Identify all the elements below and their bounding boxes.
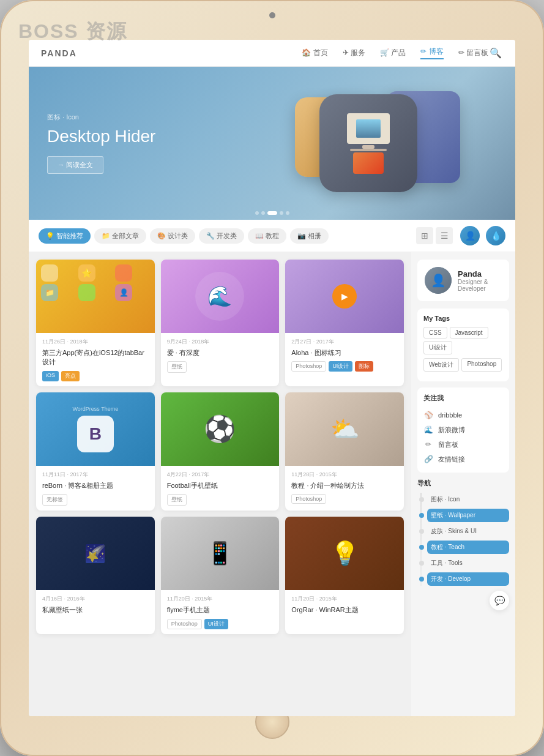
weather-icon: ⛅ xyxy=(330,416,359,443)
tag[interactable]: 亮点 xyxy=(61,371,80,381)
list-item[interactable]: 图标 · Icon xyxy=(427,493,509,506)
filter-album[interactable]: 📷 相册 xyxy=(290,228,329,244)
article-title: flyme手机主题 xyxy=(167,605,274,615)
weibo-icon: 🌊 xyxy=(423,425,433,435)
tag[interactable]: 壁纸 xyxy=(167,494,187,506)
list-item[interactable]: Web设计 xyxy=(423,358,459,372)
table-row[interactable]: ⛅ 11月28日 · 2015年 教程 · 介绍一种绘制方法 Photoshop xyxy=(285,392,404,511)
my-tags-section: My Tags CSS Javascript Ui设计 Web设计 Photos… xyxy=(417,309,509,381)
tag[interactable]: Photoshop xyxy=(291,494,326,504)
list-item[interactable]: 🌊 新浪微博 xyxy=(423,422,503,437)
table-row[interactable]: 🌠 4月16日 · 2016年 私藏壁纸一张 xyxy=(36,517,155,634)
hero-read-btn[interactable]: → 阅读全文 xyxy=(47,156,103,174)
profile-info: Panda Designer & Developer xyxy=(458,269,488,292)
nav-item-product[interactable]: 🛒 产品 xyxy=(380,48,406,58)
article-date: 9月24日 · 2018年 xyxy=(167,338,274,346)
article-date: 11月28日 · 2015年 xyxy=(291,471,398,479)
list-item[interactable]: 壁纸 · Wallpaper xyxy=(427,509,509,522)
list-view-btn[interactable]: ☰ xyxy=(436,227,453,244)
tag[interactable]: Photoshop xyxy=(291,361,326,372)
filter-all[interactable]: 📁 全部文章 xyxy=(94,228,146,244)
articles-grid: ⭐ 📁 👤 11月26日 · 2018年 第三方App(寄点)在iOS12的ta… xyxy=(29,252,411,716)
dot-3 xyxy=(267,211,277,215)
article-title: 第三方App(寄点)在iOS12的tabBar设计 xyxy=(42,348,149,367)
list-item[interactable]: Javascript xyxy=(450,327,488,339)
tag-group: CSS Javascript Ui设计 xyxy=(423,327,503,354)
follow-label: 留言板 xyxy=(438,440,458,449)
search-button[interactable]: 🔍 xyxy=(488,46,503,61)
list-item[interactable]: ⚾ dribbble xyxy=(423,408,503,422)
filter-bar: 💡 智能推荐 📁 全部文章 🎨 设计类 🔧 开发类 📖 教程 📷 相册 ⊞ ☰ … xyxy=(29,220,515,252)
sidebar: 👤 Panda Designer & Developer My Tags CS xyxy=(411,252,515,716)
user-avatar-btn[interactable]: 👤 xyxy=(460,226,480,245)
tag[interactable]: 无标签 xyxy=(42,494,67,506)
hero-banner: 图标 · Icon Desktop Hider → 阅读全文 xyxy=(29,67,515,220)
list-item[interactable]: 皮肤 · Skins & UI xyxy=(427,525,509,538)
monitor-icon xyxy=(347,113,390,174)
article-info-5: 4月22日 · 2017年 Football手机壁纸 壁纸 xyxy=(161,466,280,511)
article-info-3: 2月27日 · 2017年 Aloha · 图标练习 Photoshop UI设… xyxy=(285,333,404,376)
ipad-screen: PANDA 🏠 🏠 首页首页 ✈ 服务 🛒 产品 ✏ 博客 ✏ 留言板 🔍 图标… xyxy=(29,40,515,716)
article-tags: Photoshop xyxy=(291,494,398,504)
nav-item-service[interactable]: ✈ 服务 xyxy=(343,48,365,58)
article-thumb-4: WordPress Theme B xyxy=(36,392,155,466)
hero-subtitle: 图标 · Icon xyxy=(47,113,155,122)
list-item[interactable]: Ui设计 xyxy=(423,341,452,354)
table-row[interactable]: WordPress Theme B 11月11日 · 2017年 reBorn … xyxy=(36,392,155,511)
nav-item-home[interactable]: 🏠 🏠 首页首页 xyxy=(302,48,327,58)
ipad-frame: PANDA 🏠 🏠 首页首页 ✈ 服务 🛒 产品 ✏ 博客 ✏ 留言板 🔍 图标… xyxy=(0,0,544,756)
table-row[interactable]: ▶ 2月27日 · 2017年 Aloha · 图标练习 Photoshop U… xyxy=(285,260,404,386)
table-row[interactable]: 🌊 9月24日 · 2018年 爱 · 有深度 壁纸 xyxy=(161,260,280,386)
link-icon: 🔗 xyxy=(423,454,433,464)
dot-5 xyxy=(286,211,289,215)
play-icon: ▶ xyxy=(332,284,357,309)
list-item[interactable]: 🔗 友情链接 xyxy=(423,452,503,466)
list-item[interactable]: 开发 · Develop xyxy=(427,572,509,586)
grid-view-btn[interactable]: ⊞ xyxy=(416,227,433,244)
dot-4 xyxy=(280,211,283,215)
tag[interactable]: 图标 xyxy=(355,361,373,372)
table-row[interactable]: ⭐ 📁 👤 11月26日 · 2018年 第三方App(寄点)在iOS12的ta… xyxy=(36,260,155,386)
filter-dev[interactable]: 🔧 开发类 xyxy=(199,228,244,244)
nav-item-message[interactable]: ✏ 留言板 xyxy=(458,48,488,58)
view-toggle: ⊞ ☰ xyxy=(416,227,453,244)
article-title: 教程 · 介绍一种绘制方法 xyxy=(291,481,398,490)
list-item[interactable]: CSS xyxy=(423,327,447,339)
table-row[interactable]: ⚽ 4月22日 · 2017年 Football手机壁纸 壁纸 xyxy=(161,392,280,511)
fire-btn[interactable]: 💧 xyxy=(486,226,505,245)
article-thumb-7: 🌠 xyxy=(36,517,155,590)
logo: PANDA xyxy=(41,48,77,58)
bootstrap-icon: B xyxy=(77,416,114,452)
table-row[interactable]: 📱 11月20日 · 2015年 flyme手机主题 Photoshop UI设… xyxy=(161,517,280,634)
hero-cards-stack xyxy=(277,79,497,208)
tag[interactable]: UI设计 xyxy=(329,361,352,372)
article-info-6: 11月28日 · 2015年 教程 · 介绍一种绘制方法 Photoshop xyxy=(285,466,404,509)
article-date: 11月26日 · 2018年 xyxy=(42,338,149,346)
article-thumb-9: 💡 xyxy=(285,517,404,590)
watermark: BOSS 资源 xyxy=(18,18,127,45)
tag[interactable]: iOS xyxy=(42,371,59,381)
feedback-btn[interactable]: 💬 xyxy=(490,591,509,610)
table-row[interactable]: 💡 11月20日 · 2015年 OrgRar · WinRAR主题 xyxy=(285,517,404,634)
list-item[interactable]: 教程 · Teach xyxy=(427,541,509,554)
tag[interactable]: 壁纸 xyxy=(167,361,187,373)
list-item[interactable]: Photoshop xyxy=(461,358,502,372)
article-title: 私藏壁纸一张 xyxy=(42,605,149,615)
dot-2 xyxy=(261,211,265,215)
filter-tutorial[interactable]: 📖 教程 xyxy=(248,228,286,244)
nav-item-blog[interactable]: ✏ 博客 xyxy=(420,47,443,59)
filter-smart[interactable]: 💡 智能推荐 xyxy=(39,228,91,244)
filter-design[interactable]: 🎨 设计类 xyxy=(150,228,195,244)
article-tags: Photoshop UI设计 xyxy=(167,619,274,629)
article-info-7: 4月16日 · 2016年 私藏壁纸一张 xyxy=(36,590,155,623)
my-tags-title: My Tags xyxy=(423,315,503,322)
profile-role: Designer & Developer xyxy=(458,279,488,292)
tag[interactable]: Photoshop xyxy=(167,619,202,629)
follow-label: 友情链接 xyxy=(438,455,465,464)
list-item[interactable]: 工具 · Tools xyxy=(427,556,509,570)
avatar: 👤 xyxy=(425,267,452,294)
list-item[interactable]: ✏ 留言板 xyxy=(423,437,503,452)
follow-section: 关注我 ⚾ dribbble 🌊 新浪微博 ✏ 留言板 🔗 xyxy=(417,387,509,473)
article-thumb-3: ▶ xyxy=(285,260,404,333)
tag[interactable]: UI设计 xyxy=(204,619,228,629)
